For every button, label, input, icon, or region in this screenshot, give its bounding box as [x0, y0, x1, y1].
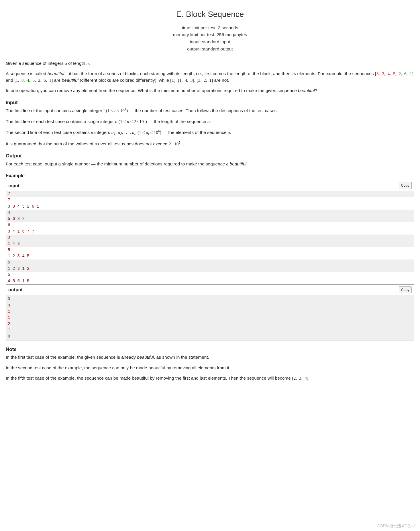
- time-limit: time limit per test: 2 seconds: [6, 24, 414, 32]
- input-line: 4: [6, 210, 414, 216]
- input-line: 1 2 3 1 2: [6, 266, 414, 272]
- input-label: input: [8, 182, 19, 189]
- output-p1: For each test case, output a single numb…: [6, 161, 414, 167]
- input-line: 1 2 3 4 5: [6, 253, 414, 259]
- input-section-title: Input: [6, 99, 414, 106]
- input-line: 5: [6, 259, 414, 266]
- input-line: 3: [6, 235, 414, 241]
- note-p1: In the first test case of the example, t…: [6, 354, 414, 360]
- input-line: 7: [6, 191, 414, 197]
- input-line: 7: [6, 197, 414, 204]
- input-line: 5 6 3 2: [6, 216, 414, 222]
- output-section-title: Output: [6, 153, 414, 160]
- sample-input: 773 3 4 5 2 6 145 6 3 263 4 1 6 7 731 4 …: [6, 191, 414, 284]
- input-line: 3 4 1 6 7 7: [6, 229, 414, 235]
- input-p4: It is guaranteed that the sum of the val…: [6, 140, 414, 147]
- input-p2: The first line of each test case contain…: [6, 118, 414, 125]
- input-p3: The second line of each test case contai…: [6, 129, 414, 137]
- input-line: 6: [6, 222, 414, 229]
- input-line: 5: [6, 272, 414, 278]
- memory-limit: memory limit per test: 256 megabytes: [6, 31, 414, 38]
- input-line: 3 3 4 5 2 6 1: [6, 204, 414, 210]
- output-file: output: standard output: [6, 46, 414, 53]
- sample-test: input Copy 773 3 4 5 2 6 145 6 3 263 4 1…: [6, 180, 414, 341]
- statement-p1: Given a sequence of integers a of length…: [6, 60, 414, 67]
- note-p2: In the second test case of the example, …: [6, 365, 414, 371]
- output-label: output: [8, 286, 23, 293]
- input-p1: The first line of the input contains a s…: [6, 107, 414, 114]
- note-p3: In the fifth test case of the example, t…: [6, 375, 414, 381]
- input-file: input: standard input: [6, 38, 414, 46]
- example-section-title: Example: [6, 172, 414, 179]
- sample-output: 0 4 1 1 2 1 0: [6, 295, 414, 341]
- statement-p3: In one operation, you can remove any ele…: [6, 87, 414, 94]
- statement-p2: A sequence is called beautiful if it has…: [6, 71, 414, 83]
- copy-output-button[interactable]: Copy: [399, 286, 412, 293]
- input-line: 5: [6, 247, 414, 253]
- problem-title: E. Block Sequence: [6, 9, 414, 20]
- copy-input-button[interactable]: Copy: [399, 182, 412, 189]
- limits-block: time limit per test: 2 seconds memory li…: [6, 24, 414, 53]
- note-section-title: Note: [6, 346, 414, 353]
- input-line: 1 4 3: [6, 241, 414, 247]
- input-line: 4 5 5 1 5: [6, 278, 414, 284]
